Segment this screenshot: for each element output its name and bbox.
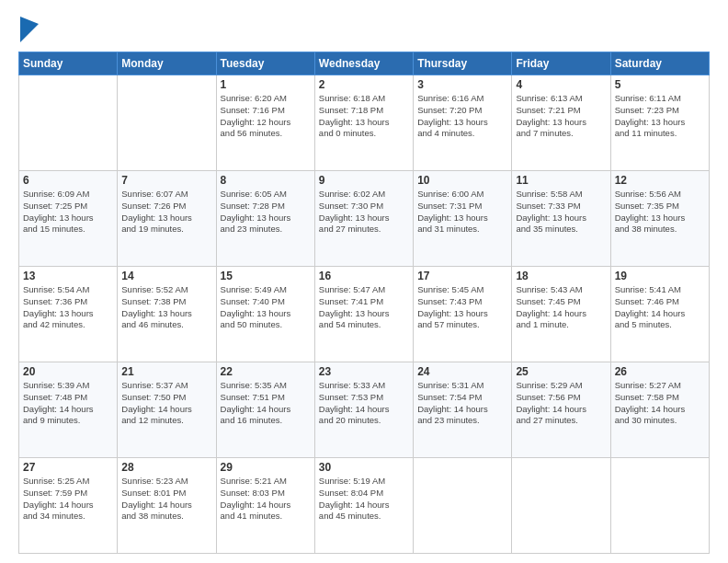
day-info: Sunrise: 6:20 AM Sunset: 7:16 PM Dayligh… [221, 93, 311, 140]
day-cell: 10Sunrise: 6:00 AM Sunset: 7:31 PM Dayli… [414, 171, 512, 267]
day-info: Sunrise: 5:45 AM Sunset: 7:43 PM Dayligh… [417, 284, 507, 331]
week-row: 27Sunrise: 5:25 AM Sunset: 7:59 PM Dayli… [19, 458, 710, 554]
day-cell: 27Sunrise: 5:25 AM Sunset: 7:59 PM Dayli… [19, 458, 118, 554]
day-cell: 5Sunrise: 6:11 AM Sunset: 7:23 PM Daylig… [610, 75, 709, 171]
day-number: 3 [417, 78, 507, 91]
day-number: 8 [221, 174, 311, 187]
day-number: 24 [417, 365, 507, 378]
day-header: Tuesday [216, 52, 314, 75]
day-info: Sunrise: 5:47 AM Sunset: 7:41 PM Dayligh… [319, 284, 409, 331]
week-row: 1Sunrise: 6:20 AM Sunset: 7:16 PM Daylig… [19, 75, 710, 171]
day-number: 22 [221, 365, 311, 378]
day-number: 7 [121, 174, 211, 187]
week-row: 20Sunrise: 5:39 AM Sunset: 7:48 PM Dayli… [19, 362, 710, 458]
day-cell: 16Sunrise: 5:47 AM Sunset: 7:41 PM Dayli… [314, 267, 413, 362]
day-number: 11 [516, 174, 606, 187]
day-number: 13 [23, 270, 113, 282]
day-cell: 28Sunrise: 5:23 AM Sunset: 8:01 PM Dayli… [118, 458, 216, 554]
day-info: Sunrise: 6:18 AM Sunset: 7:18 PM Dayligh… [319, 93, 409, 140]
day-cell: 4Sunrise: 6:13 AM Sunset: 7:21 PM Daylig… [512, 75, 610, 171]
day-number: 29 [221, 461, 311, 474]
day-number: 26 [615, 365, 705, 378]
day-cell [414, 458, 512, 554]
day-header: Thursday [414, 52, 512, 75]
day-number: 30 [319, 461, 409, 474]
day-info: Sunrise: 5:29 AM Sunset: 7:56 PM Dayligh… [516, 380, 606, 427]
day-cell: 24Sunrise: 5:31 AM Sunset: 7:54 PM Dayli… [414, 362, 512, 458]
day-info: Sunrise: 5:56 AM Sunset: 7:35 PM Dayligh… [615, 189, 705, 236]
day-cell [118, 75, 216, 171]
day-number: 12 [615, 174, 705, 187]
day-number: 18 [516, 270, 606, 282]
day-number: 25 [516, 365, 606, 378]
day-number: 6 [23, 174, 113, 187]
day-cell: 29Sunrise: 5:21 AM Sunset: 8:03 PM Dayli… [216, 458, 314, 554]
day-cell: 2Sunrise: 6:18 AM Sunset: 7:18 PM Daylig… [314, 75, 413, 171]
header-row: SundayMondayTuesdayWednesdayThursdayFrid… [19, 52, 710, 75]
day-number: 15 [221, 270, 311, 282]
day-info: Sunrise: 5:37 AM Sunset: 7:50 PM Dayligh… [121, 380, 211, 427]
page: SundayMondayTuesdayWednesdayThursdayFrid… [0, 0, 728, 563]
day-info: Sunrise: 5:35 AM Sunset: 7:51 PM Dayligh… [221, 380, 311, 427]
day-number: 2 [319, 78, 409, 91]
day-cell: 22Sunrise: 5:35 AM Sunset: 7:51 PM Dayli… [216, 362, 314, 458]
day-number: 10 [417, 174, 507, 187]
day-info: Sunrise: 6:13 AM Sunset: 7:21 PM Dayligh… [516, 93, 606, 140]
day-info: Sunrise: 5:54 AM Sunset: 7:36 PM Dayligh… [23, 284, 113, 331]
day-cell [610, 458, 709, 554]
day-header: Sunday [19, 52, 118, 75]
day-header: Wednesday [314, 52, 413, 75]
day-cell: 26Sunrise: 5:27 AM Sunset: 7:58 PM Dayli… [610, 362, 709, 458]
day-cell: 9Sunrise: 6:02 AM Sunset: 7:30 PM Daylig… [314, 171, 413, 267]
day-info: Sunrise: 5:27 AM Sunset: 7:58 PM Dayligh… [615, 380, 705, 427]
day-header: Friday [512, 52, 610, 75]
day-cell: 15Sunrise: 5:49 AM Sunset: 7:40 PM Dayli… [216, 267, 314, 362]
day-cell: 3Sunrise: 6:16 AM Sunset: 7:20 PM Daylig… [414, 75, 512, 171]
day-info: Sunrise: 5:33 AM Sunset: 7:53 PM Dayligh… [319, 380, 409, 427]
day-number: 28 [121, 461, 211, 474]
header [18, 17, 710, 42]
day-cell: 7Sunrise: 6:07 AM Sunset: 7:26 PM Daylig… [118, 171, 216, 267]
day-header: Saturday [610, 52, 709, 75]
day-info: Sunrise: 5:43 AM Sunset: 7:45 PM Dayligh… [516, 284, 606, 331]
day-cell: 14Sunrise: 5:52 AM Sunset: 7:38 PM Dayli… [118, 267, 216, 362]
day-info: Sunrise: 6:02 AM Sunset: 7:30 PM Dayligh… [319, 189, 409, 236]
day-info: Sunrise: 5:52 AM Sunset: 7:38 PM Dayligh… [121, 284, 211, 331]
day-cell: 1Sunrise: 6:20 AM Sunset: 7:16 PM Daylig… [216, 75, 314, 171]
day-number: 20 [23, 365, 113, 378]
day-cell: 11Sunrise: 5:58 AM Sunset: 7:33 PM Dayli… [512, 171, 610, 267]
day-info: Sunrise: 6:11 AM Sunset: 7:23 PM Dayligh… [615, 93, 705, 140]
day-cell: 21Sunrise: 5:37 AM Sunset: 7:50 PM Dayli… [118, 362, 216, 458]
day-number: 17 [417, 270, 507, 282]
day-info: Sunrise: 6:16 AM Sunset: 7:20 PM Dayligh… [417, 93, 507, 140]
day-number: 1 [221, 78, 311, 91]
day-cell: 20Sunrise: 5:39 AM Sunset: 7:48 PM Dayli… [19, 362, 118, 458]
day-info: Sunrise: 5:19 AM Sunset: 8:04 PM Dayligh… [319, 476, 409, 523]
day-info: Sunrise: 6:05 AM Sunset: 7:28 PM Dayligh… [221, 189, 311, 236]
day-info: Sunrise: 6:07 AM Sunset: 7:26 PM Dayligh… [121, 189, 211, 236]
day-cell [512, 458, 610, 554]
logo [18, 17, 39, 42]
day-number: 14 [121, 270, 211, 282]
day-info: Sunrise: 5:58 AM Sunset: 7:33 PM Dayligh… [516, 189, 606, 236]
day-number: 21 [121, 365, 211, 378]
day-info: Sunrise: 5:31 AM Sunset: 7:54 PM Dayligh… [417, 380, 507, 427]
day-number: 16 [319, 270, 409, 282]
day-cell: 13Sunrise: 5:54 AM Sunset: 7:36 PM Dayli… [19, 267, 118, 362]
day-header: Monday [118, 52, 216, 75]
week-row: 13Sunrise: 5:54 AM Sunset: 7:36 PM Dayli… [19, 267, 710, 362]
day-info: Sunrise: 5:25 AM Sunset: 7:59 PM Dayligh… [23, 476, 113, 523]
calendar: SundayMondayTuesdayWednesdayThursdayFrid… [18, 52, 710, 554]
day-cell: 17Sunrise: 5:45 AM Sunset: 7:43 PM Dayli… [414, 267, 512, 362]
day-number: 9 [319, 174, 409, 187]
day-info: Sunrise: 5:49 AM Sunset: 7:40 PM Dayligh… [221, 284, 311, 331]
day-cell: 12Sunrise: 5:56 AM Sunset: 7:35 PM Dayli… [610, 171, 709, 267]
day-info: Sunrise: 5:41 AM Sunset: 7:46 PM Dayligh… [615, 284, 705, 331]
day-number: 19 [615, 270, 705, 282]
day-cell: 18Sunrise: 5:43 AM Sunset: 7:45 PM Dayli… [512, 267, 610, 362]
day-cell: 25Sunrise: 5:29 AM Sunset: 7:56 PM Dayli… [512, 362, 610, 458]
day-number: 27 [23, 461, 113, 474]
week-row: 6Sunrise: 6:09 AM Sunset: 7:25 PM Daylig… [19, 171, 710, 267]
day-cell [19, 75, 118, 171]
day-cell: 6Sunrise: 6:09 AM Sunset: 7:25 PM Daylig… [19, 171, 118, 267]
